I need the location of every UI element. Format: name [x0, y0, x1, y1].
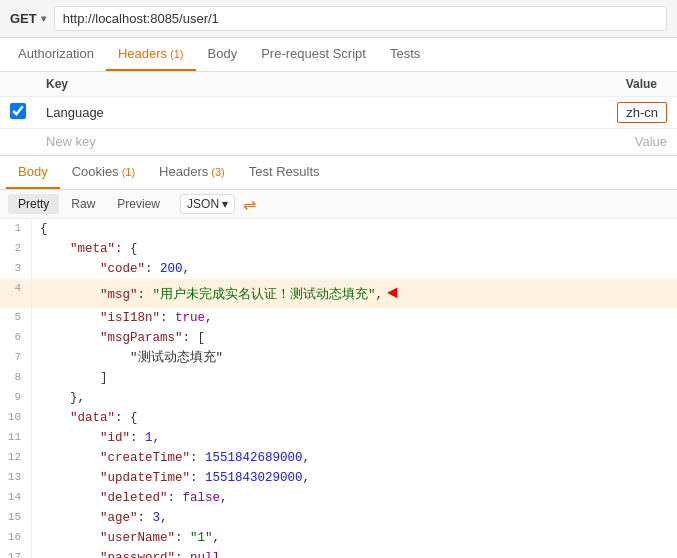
method-chevron-icon: ▾	[41, 13, 46, 24]
json-line-12: 12 "createTime": 1551842689000,	[0, 448, 677, 468]
key-col-header: Key	[36, 72, 374, 97]
json-line-7: 7 "测试动态填充"	[0, 348, 677, 368]
header-row-0: Language zh-cn	[0, 97, 677, 129]
pretty-button[interactable]: Pretty	[8, 194, 59, 214]
method-selector[interactable]: GET ▾	[10, 11, 46, 26]
format-selector[interactable]: JSON ▾	[180, 194, 235, 214]
headers-section: Key Value Language zh-cn New key	[0, 72, 677, 156]
tab-prerequest[interactable]: Pre-request Script	[249, 38, 378, 71]
tab-response-body[interactable]: Body	[6, 156, 60, 189]
header-value-0: zh-cn	[617, 102, 667, 123]
header-key-0: Language	[46, 105, 104, 120]
headers-table: Key Value Language zh-cn New key	[0, 72, 677, 155]
json-output: 1{2 "meta": {3 "code": 200,4 "msg": "用户未…	[0, 219, 677, 558]
arrow-annotation: ◄	[387, 279, 398, 308]
format-label: JSON	[187, 197, 219, 211]
tab-headers[interactable]: Headers (1)	[106, 38, 196, 71]
request-tab-bar: Authorization Headers (1) Body Pre-reque…	[0, 38, 677, 72]
new-key-row: New key Value	[0, 129, 677, 155]
json-line-14: 14 "deleted": false,	[0, 488, 677, 508]
json-line-4: 4 "msg": "用户未完成实名认证！测试动态填充",◄	[0, 279, 677, 308]
json-line-10: 10 "data": {	[0, 408, 677, 428]
response-tab-bar: Body Cookies (1) Headers (3) Test Result…	[0, 156, 677, 190]
json-line-13: 13 "updateTime": 1551843029000,	[0, 468, 677, 488]
json-line-1: 1{	[0, 219, 677, 239]
url-bar: GET ▾	[0, 0, 677, 38]
body-toolbar: Pretty Raw Preview JSON ▾ ⇌	[0, 190, 677, 219]
tab-authorization[interactable]: Authorization	[6, 38, 106, 71]
preview-button[interactable]: Preview	[107, 194, 170, 214]
format-chevron-icon: ▾	[222, 197, 228, 211]
value-col-header: Value	[374, 72, 677, 97]
json-line-17: 17 "password": null	[0, 548, 677, 558]
json-line-8: 8 ]	[0, 368, 677, 388]
raw-button[interactable]: Raw	[61, 194, 105, 214]
tab-body[interactable]: Body	[196, 38, 250, 71]
tab-response-headers[interactable]: Headers (3)	[147, 156, 237, 189]
wrap-icon[interactable]: ⇌	[243, 195, 256, 214]
tab-tests[interactable]: Tests	[378, 38, 432, 71]
new-value-placeholder[interactable]: Value	[635, 134, 667, 149]
method-label: GET	[10, 11, 37, 26]
json-line-6: 6 "msgParams": [	[0, 328, 677, 348]
new-key-placeholder[interactable]: New key	[46, 134, 96, 149]
json-line-2: 2 "meta": {	[0, 239, 677, 259]
json-line-3: 3 "code": 200,	[0, 259, 677, 279]
tab-test-results[interactable]: Test Results	[237, 156, 332, 189]
json-line-9: 9 },	[0, 388, 677, 408]
tab-response-cookies[interactable]: Cookies (1)	[60, 156, 147, 189]
json-line-5: 5 "isI18n": true,	[0, 308, 677, 328]
json-line-15: 15 "age": 3,	[0, 508, 677, 528]
json-line-16: 16 "userName": "1",	[0, 528, 677, 548]
header-checkbox-0[interactable]	[10, 103, 26, 119]
json-line-11: 11 "id": 1,	[0, 428, 677, 448]
url-input[interactable]	[54, 6, 667, 31]
checkbox-col-header	[0, 72, 36, 97]
